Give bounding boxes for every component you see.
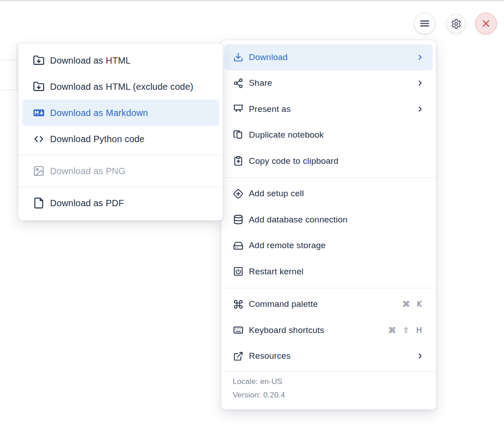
menu-item-label: Download as HTML [50, 56, 208, 66]
version-text: Version: 0.20.4 [233, 391, 425, 400]
menu-item-label: Add setup cell [249, 189, 424, 199]
shortcut-text: ⌘ ⇧ H [388, 326, 424, 335]
share-icon [233, 78, 243, 88]
presentation-icon [233, 104, 243, 114]
menu-item-command-palette[interactable]: Command palette ⌘ K [221, 291, 436, 318]
menu-item-label: Share [249, 78, 411, 88]
chevron-right-icon [416, 79, 424, 87]
menu-item-add-database-connection[interactable]: Add database connection [221, 207, 436, 233]
menu-separator [221, 288, 436, 288]
settings-button[interactable] [446, 14, 466, 33]
menu-item-download-html-exclude-code[interactable]: Download as HTML (exclude code) [18, 74, 223, 100]
menu-item-copy-code[interactable]: Copy code to clipboard [221, 148, 436, 174]
menu-item-share[interactable]: Share [221, 70, 436, 97]
menu-item-restart-kernel[interactable]: Restart kernel [221, 259, 436, 285]
gear-icon [451, 18, 462, 29]
background-cell-border [17, 43, 17, 90]
close-button[interactable] [475, 13, 497, 34]
folder-download-icon [33, 55, 45, 66]
close-icon [481, 18, 491, 29]
chevron-right-icon [416, 105, 424, 113]
menu-separator [221, 177, 436, 178]
menu-item-label: Download Python code [50, 134, 208, 144]
menu-item-add-remote-storage[interactable]: Add remote storage [221, 233, 436, 259]
menu-footer: Locale: en-US Version: 0.20.4 [221, 371, 436, 405]
menu-item-label: Download as Markdown [50, 108, 208, 118]
menu-item-label: Download as PNG [50, 166, 208, 176]
download-icon [233, 52, 243, 62]
menu-item-duplicate-notebook[interactable]: Duplicate notebook [221, 122, 436, 148]
notebook-actions-menu: Download Share Present as Duplicate note… [221, 40, 436, 410]
code-icon [33, 133, 45, 145]
menu-toggle-button[interactable] [414, 13, 435, 34]
power-square-icon [233, 266, 243, 277]
database-icon [233, 214, 243, 225]
menu-item-download-html[interactable]: Download as HTML [18, 47, 223, 74]
menu-item-label: Present as [249, 104, 411, 114]
menu-item-download-png[interactable]: Download as PNG [18, 158, 223, 184]
menu-separator [18, 155, 223, 155]
menu-item-label: Command palette [249, 299, 397, 309]
menu-item-label: Restart kernel [249, 267, 424, 277]
folder-download-icon [33, 81, 45, 92]
menu-item-label: Duplicate notebook [249, 130, 424, 140]
image-icon [33, 165, 45, 177]
menu-item-download-pdf[interactable]: Download as PDF [18, 190, 223, 216]
chevron-right-icon [416, 352, 424, 360]
diamond-plus-icon [233, 189, 243, 199]
menu-item-present-as[interactable]: Present as [221, 96, 436, 122]
menu-item-label: Add database connection [249, 215, 424, 225]
menu-item-label: Download [249, 52, 411, 62]
shortcut-text: ⌘ K [402, 300, 424, 309]
menu-separator [18, 187, 223, 187]
menu-item-label: Download as HTML (exclude code) [50, 82, 208, 92]
external-link-icon [233, 351, 243, 361]
background-cell-border [0, 90, 17, 90]
menu-item-resources[interactable]: Resources [221, 343, 436, 370]
clipboard-copy-icon [233, 156, 243, 166]
copy-icon [233, 130, 243, 140]
page-top-border [0, 0, 504, 1]
chevron-right-icon [416, 53, 424, 61]
background-cell-border [0, 60, 17, 60]
keyboard-icon [233, 325, 243, 335]
menu-item-download[interactable]: Download [225, 44, 433, 70]
menu-item-label: Download as PDF [50, 198, 208, 208]
menu-item-download-markdown[interactable]: Download as Markdown [22, 100, 219, 126]
menu-item-label: Resources [249, 351, 411, 361]
locale-text: Locale: en-US [233, 377, 425, 386]
menu-item-label: Copy code to clipboard [249, 156, 424, 166]
menu-item-keyboard-shortcuts[interactable]: Keyboard shortcuts ⌘ ⇧ H [221, 317, 436, 343]
markdown-download-icon [33, 107, 45, 119]
file-icon [33, 197, 45, 209]
command-icon [233, 299, 243, 310]
hamburger-icon [419, 18, 431, 29]
menu-item-label: Keyboard shortcuts [249, 325, 383, 335]
menu-item-label: Add remote storage [249, 240, 424, 250]
hard-drive-icon [233, 240, 243, 251]
menu-item-add-setup-cell[interactable]: Add setup cell [221, 181, 436, 207]
menu-item-download-python-code[interactable]: Download Python code [18, 126, 223, 152]
download-submenu: Download as HTML Download as HTML (exclu… [18, 43, 223, 221]
